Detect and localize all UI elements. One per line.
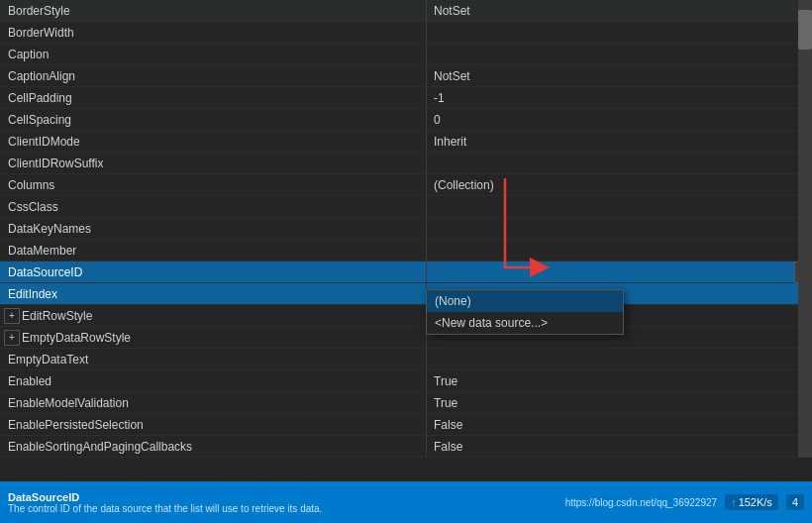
scrollbar-track[interactable] [798,0,812,458]
property-name: DataMember [0,244,426,258]
property-name: ClientIDRowSuffix [0,157,426,170]
property-row[interactable]: +EmptyDataRowStyle [0,327,812,349]
property-row[interactable]: CellPadding-1 [0,87,812,109]
property-name: CaptionAlign [0,69,426,83]
property-row[interactable]: +EditRowStyle [0,305,812,327]
property-name: Caption [0,48,426,61]
property-value: True [426,374,812,388]
speed-value: 152K/s [739,496,772,508]
property-row[interactable]: ClientIDRowSuffix [0,153,812,174]
speed-badge: ↑ 152K/s [725,494,778,510]
property-row[interactable]: EditIndex [0,283,812,305]
property-value: False [426,418,812,432]
property-row[interactable]: EnablePersistedSelectionFalse [0,414,812,436]
property-name: EmptyDataText [0,353,426,366]
property-value: NotSet [426,4,812,18]
status-bar: DataSourceID The control ID of the data … [0,481,812,523]
datasource-dropdown[interactable]: (None) <New data source...> [426,289,624,335]
status-description: The control ID of the data source that t… [8,503,322,514]
property-value: 0 [426,113,812,127]
property-row[interactable]: Caption [0,44,812,65]
expand-icon[interactable]: + [4,308,20,324]
property-name: EnableModelValidation [0,396,426,410]
status-url: https://blog.csdn.net/qq_36922927 [565,497,717,508]
scrollbar-thumb[interactable] [798,10,812,50]
property-row[interactable]: DataKeyNames [0,218,812,240]
property-row[interactable]: BorderStyleNotSet [0,0,812,22]
property-row[interactable]: CssClass [0,196,812,218]
properties-panel: BorderStyleNotSetBorderWidthCaptionCapti… [0,0,812,523]
page-number: 4 [786,494,804,510]
property-row[interactable]: Columns(Collection) [0,174,812,196]
property-row[interactable]: CellSpacing0 [0,109,812,131]
property-value: (Collection) [426,178,812,192]
property-row[interactable]: DataMember [0,240,812,262]
property-row[interactable]: BorderWidth [0,22,812,44]
property-name: EnablePersistedSelection [0,418,426,432]
property-value: False [426,440,812,454]
property-name: BorderStyle [0,4,426,18]
property-row[interactable]: EnableSortingAndPagingCallbacksFalse [0,436,812,458]
property-name: CssClass [0,200,426,214]
dropdown-item-none[interactable]: (None) [427,290,623,312]
property-row[interactable]: DataSourceID▾ [0,262,812,283]
dropdown-item-new[interactable]: <New data source...> [427,312,623,334]
property-name: Enabled [0,374,426,388]
properties-table: BorderStyleNotSetBorderWidthCaptionCapti… [0,0,812,481]
property-name: DataKeyNames [0,222,426,236]
status-left: DataSourceID The control ID of the data … [8,491,322,514]
property-name: EnableSortingAndPagingCallbacks [0,440,426,454]
property-row[interactable]: EmptyDataText [0,349,812,370]
property-name: DataSourceID [0,265,426,279]
property-name: +EmptyDataRowStyle [0,330,426,346]
property-name: BorderWidth [0,26,426,40]
property-name: CellPadding [0,91,426,105]
property-name: CellSpacing [0,113,426,127]
property-name: EditIndex [0,287,426,301]
property-value: NotSet [426,69,812,83]
property-name: ClientIDMode [0,135,426,149]
expand-icon[interactable]: + [4,330,20,346]
property-row[interactable]: EnabledTrue [0,370,812,392]
property-row[interactable]: ClientIDModeInherit [0,131,812,153]
property-name: +EditRowStyle [0,308,426,324]
status-right: https://blog.csdn.net/qq_36922927 ↑ 152K… [565,494,804,510]
speed-arrow-icon: ↑ [731,496,737,508]
status-property-name: DataSourceID [8,491,322,503]
property-row[interactable]: EnableModelValidationTrue [0,392,812,414]
property-name: Columns [0,178,426,192]
property-row[interactable]: CaptionAlignNotSet [0,65,812,87]
property-value: -1 [426,91,812,105]
property-value: Inherit [426,135,812,149]
property-value: True [426,396,812,410]
